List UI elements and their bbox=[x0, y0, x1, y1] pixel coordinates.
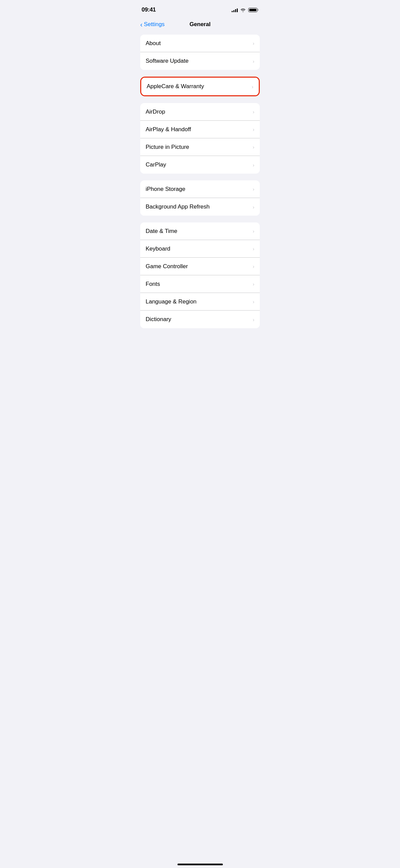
chevron-right-icon-software-update: › bbox=[253, 58, 254, 64]
menu-item-label-fonts: Fonts bbox=[146, 281, 160, 288]
menu-item-label-background-app-refresh: Background App Refresh bbox=[146, 203, 210, 210]
section-card-connectivity: AirDrop › AirPlay & Handoff › Picture in… bbox=[140, 103, 260, 174]
chevron-right-icon-airdrop: › bbox=[253, 109, 254, 115]
chevron-right-icon-fonts: › bbox=[253, 281, 254, 287]
menu-item-label-date-time: Date & Time bbox=[146, 228, 177, 235]
chevron-right-icon-dictionary: › bbox=[253, 317, 254, 322]
section-general-info: About › Software Update › bbox=[140, 35, 260, 70]
menu-item-keyboard[interactable]: Keyboard › bbox=[140, 240, 260, 258]
status-icons bbox=[232, 8, 258, 12]
menu-item-picture-in-picture[interactable]: Picture in Picture › bbox=[140, 138, 260, 156]
menu-item-label-carplay: CarPlay bbox=[146, 161, 166, 168]
status-time: 09:41 bbox=[142, 6, 156, 13]
chevron-right-icon-date-time: › bbox=[253, 228, 254, 234]
menu-item-label-iphone-storage: iPhone Storage bbox=[146, 186, 185, 193]
menu-item-label-airdrop: AirDrop bbox=[146, 108, 165, 115]
menu-item-label-keyboard: Keyboard bbox=[146, 245, 170, 252]
chevron-right-icon-carplay: › bbox=[253, 162, 254, 168]
back-label: Settings bbox=[144, 21, 165, 28]
menu-item-label-game-controller: Game Controller bbox=[146, 263, 188, 270]
wifi-icon bbox=[240, 8, 246, 12]
menu-item-label-picture-in-picture: Picture in Picture bbox=[146, 144, 189, 151]
chevron-right-icon-game-controller: › bbox=[253, 263, 254, 269]
menu-item-label-dictionary: Dictionary bbox=[146, 316, 171, 323]
menu-item-label-about: About bbox=[146, 40, 161, 47]
menu-item-software-update[interactable]: Software Update › bbox=[140, 52, 260, 70]
menu-item-about[interactable]: About › bbox=[140, 35, 260, 52]
chevron-right-icon-keyboard: › bbox=[253, 246, 254, 252]
menu-item-label-airplay-handoff: AirPlay & Handoff bbox=[146, 126, 191, 133]
menu-item-airdrop[interactable]: AirDrop › bbox=[140, 103, 260, 121]
menu-item-date-time[interactable]: Date & Time › bbox=[140, 222, 260, 240]
chevron-right-icon-language-region: › bbox=[253, 299, 254, 304]
chevron-right-icon-iphone-storage: › bbox=[253, 186, 254, 192]
chevron-right-icon-background-app-refresh: › bbox=[253, 204, 254, 210]
status-bar: 09:41 bbox=[133, 0, 267, 18]
menu-item-carplay[interactable]: CarPlay › bbox=[140, 156, 260, 174]
menu-item-label-applecare-warranty: AppleCare & Warranty bbox=[147, 83, 204, 90]
chevron-right-icon-airplay-handoff: › bbox=[253, 126, 254, 132]
menu-item-language-region[interactable]: Language & Region › bbox=[140, 293, 260, 311]
menu-item-label-language-region: Language & Region bbox=[146, 298, 196, 305]
back-button[interactable]: ‹ Settings bbox=[140, 21, 165, 28]
section-card-regional: Date & Time › Keyboard › Game Controller… bbox=[140, 222, 260, 328]
menu-item-iphone-storage[interactable]: iPhone Storage › bbox=[140, 180, 260, 198]
section-regional: Date & Time › Keyboard › Game Controller… bbox=[140, 222, 260, 328]
battery-icon bbox=[248, 8, 258, 12]
section-card-applecare: AppleCare & Warranty › bbox=[140, 77, 260, 96]
menu-item-dictionary[interactable]: Dictionary › bbox=[140, 311, 260, 328]
menu-item-game-controller[interactable]: Game Controller › bbox=[140, 258, 260, 275]
menu-item-background-app-refresh[interactable]: Background App Refresh › bbox=[140, 198, 260, 216]
nav-bar: ‹ Settings General bbox=[133, 18, 267, 32]
menu-item-applecare-warranty[interactable]: AppleCare & Warranty › bbox=[141, 78, 259, 95]
settings-content: About › Software Update › AppleCare & Wa… bbox=[133, 32, 267, 347]
chevron-right-icon-applecare: › bbox=[252, 84, 253, 90]
section-applecare: AppleCare & Warranty › bbox=[140, 77, 260, 96]
menu-item-airplay-handoff[interactable]: AirPlay & Handoff › bbox=[140, 121, 260, 138]
menu-item-label-software-update: Software Update bbox=[146, 58, 189, 64]
section-storage: iPhone Storage › Background App Refresh … bbox=[140, 180, 260, 216]
chevron-right-icon-picture-in-picture: › bbox=[253, 144, 254, 150]
section-card-storage: iPhone Storage › Background App Refresh … bbox=[140, 180, 260, 216]
page-title: General bbox=[190, 21, 211, 28]
menu-item-fonts[interactable]: Fonts › bbox=[140, 275, 260, 293]
section-connectivity: AirDrop › AirPlay & Handoff › Picture in… bbox=[140, 103, 260, 174]
section-card-general-info: About › Software Update › bbox=[140, 35, 260, 70]
chevron-right-icon-about: › bbox=[253, 40, 254, 46]
signal-icon bbox=[232, 8, 238, 12]
back-chevron-icon: ‹ bbox=[140, 21, 143, 28]
